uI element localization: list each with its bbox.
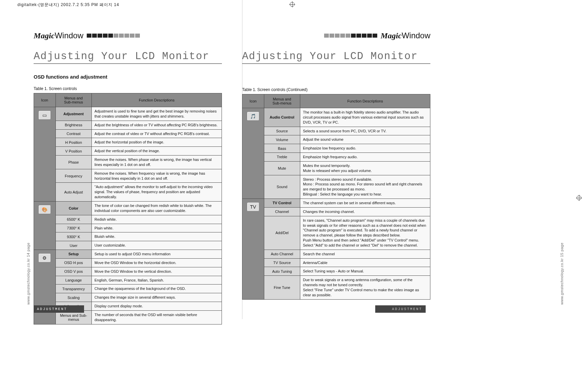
desc-cell: English, German, France, Italian, Spanis…	[92, 276, 222, 285]
desc-cell: The monitor has a built-in high fidelity…	[300, 108, 430, 127]
menu-cell: Language	[55, 276, 92, 285]
menu-cell: Scaling	[55, 293, 92, 302]
desc-cell: Search the channel	[300, 250, 430, 258]
page-title: Adjusting Your LCD Monitor	[242, 50, 430, 62]
menu-cell: Fine Tune	[264, 276, 300, 299]
file-header: digitaltek-(영문내지) 2002.7.2 5:35 PM 페이지 1…	[17, 2, 119, 8]
menu-cell: Contrast	[55, 129, 92, 138]
desc-cell: Adjustment is used to fine tune and get …	[92, 107, 222, 121]
brand-row: MagicWindow	[242, 30, 430, 41]
page-title: Adjusting Your LCD Monitor	[34, 50, 222, 62]
brand-bold: Magic	[381, 31, 402, 40]
osd-sub: OSD functions and adjustment	[34, 74, 222, 80]
menu-cell: Bass	[264, 144, 300, 153]
osd-icon: TV	[247, 202, 260, 212]
desc-cell: Move the OSD Window to the horizontal di…	[92, 258, 222, 267]
th-icon: Icon	[242, 94, 264, 108]
footer-tab-left: ADJUSTMENT	[34, 305, 84, 313]
th-menu: Menus and Sub-menus	[55, 93, 92, 107]
menu-cell: Color	[55, 201, 92, 215]
desc-cell: Select Tuning ways - Auto or Manual.	[300, 267, 430, 276]
desc-cell: Adjust the contrast of video or TV witho…	[92, 129, 222, 138]
brand-thin: Window	[55, 31, 83, 40]
osd-icon: 🎵	[247, 112, 260, 121]
menu-cell: Auto Tuning	[264, 267, 300, 276]
group-icon-cell: ⚙	[34, 250, 56, 324]
desc-cell: Move the OSD Window to the vertical dire…	[92, 267, 222, 276]
left-page: MagicWindow Adjusting Your LCD Monitor O…	[34, 30, 222, 324]
brand-logo: MagicWindow	[34, 31, 83, 40]
desc-cell: Adjust the brightness of video or TV wit…	[92, 121, 222, 129]
table-caption: Table 1. Screen controls	[34, 86, 222, 91]
th-icon: Icon	[34, 93, 56, 107]
brand-thin: Window	[402, 31, 430, 40]
menu-cell: Volume	[264, 135, 300, 144]
menu-cell: Mute	[264, 161, 300, 175]
desc-cell: The channel system can be set in several…	[300, 199, 430, 207]
desc-cell: Setup is used to adjust OSD menu informa…	[92, 250, 222, 259]
menu-cell: Frequency	[55, 169, 92, 183]
table-caption: Table 1. Screen controls (Continued)	[242, 87, 430, 92]
desc-cell: Remove the noises. When phase value is w…	[92, 156, 222, 169]
menu-cell: TV Source	[264, 258, 300, 267]
desc-cell: User customizable.	[92, 241, 222, 250]
desc-cell: Stereo : Process stereo sound if availab…	[300, 175, 430, 199]
menu-cell: Sound	[264, 175, 300, 199]
desc-cell: Emphasize low frequency audio.	[300, 144, 430, 153]
menu-cell: Add/Del	[264, 216, 300, 250]
osd-icon: ▭	[38, 111, 51, 120]
brand-row: MagicWindow	[34, 30, 222, 41]
footer-tab-right: ADJUSTMENT	[375, 305, 426, 313]
right-page: MagicWindow Adjusting Your LCD Monitor T…	[242, 30, 430, 300]
group-icon-cell: 🎨	[34, 201, 56, 250]
menu-cell: V Position	[55, 147, 92, 156]
title-rule	[242, 63, 430, 64]
title-rule	[34, 63, 222, 64]
menu-cell: Auto Channel	[264, 250, 300, 258]
desc-cell: Redish white.	[92, 215, 222, 224]
desc-cell: Adjust the sound volume	[300, 135, 430, 144]
desc-cell: Adjust the vertical position of the imag…	[92, 147, 222, 156]
desc-cell: Adjust the horizontal position of the im…	[92, 138, 222, 147]
brand-logo: MagicWindow	[381, 31, 430, 40]
desc-cell: Changes the image size in several differ…	[92, 293, 222, 302]
osd-icon: 🎨	[38, 205, 51, 214]
gutter-left-text: www.gmstechnology.co.kr 14 page	[26, 243, 30, 305]
desc-cell: Changes the incoming channel.	[300, 207, 430, 216]
th-menu: Menus and Sub-menus	[264, 94, 300, 108]
menu-cell: OSD H pos	[55, 258, 92, 267]
desc-cell: In rare cases, "Channel auto program" ma…	[300, 216, 430, 250]
desc-cell: Antenna/Cable	[300, 258, 430, 267]
print-spread: digitaltek-(영문내지) 2002.7.2 5:35 PM 페이지 1…	[0, 0, 582, 392]
menu-cell: OSD V pos	[55, 267, 92, 276]
group-icon-cell: 🎵	[242, 108, 264, 199]
menu-cell: TV Control	[264, 199, 300, 207]
screen-controls-table: Icon Menus and Sub-menus Function Descri…	[34, 93, 222, 324]
gutter-right-text: www.gmstechnology.co.kr 15 page	[560, 243, 564, 305]
desc-cell: Emphasize high frequency audio.	[300, 153, 430, 162]
crop-mark-icon	[576, 195, 582, 201]
desc-cell: The tone of color can be changed from re…	[92, 201, 222, 215]
screen-controls-table-cont: Icon Menus and Sub-menus Function Descri…	[242, 94, 430, 300]
desc-cell: Display current display mode.	[92, 302, 222, 311]
menu-cell: Transparency	[55, 285, 92, 293]
menu-cell: 7300° K	[55, 224, 92, 232]
brand-bold: Magic	[34, 31, 55, 40]
menu-cell: Brightness	[55, 121, 92, 129]
desc-cell: The number of seconds that the OSD will …	[92, 310, 222, 324]
th-desc: Function Descriptions	[92, 93, 222, 107]
desc-cell: Selects a sound source from PC, DVD, VCR…	[300, 127, 430, 135]
menu-cell: 6500° K	[55, 215, 92, 224]
desc-cell: Plain white.	[92, 224, 222, 232]
group-icon-cell: TV	[242, 199, 264, 299]
menu-cell: 9300° K	[55, 232, 92, 241]
menu-cell: Source	[264, 127, 300, 135]
desc-cell: Mutes the sound temporarily. Mute is rel…	[300, 161, 430, 175]
squares-icon	[87, 34, 140, 38]
menu-cell: Phase	[55, 156, 92, 169]
menu-cell: H Position	[55, 138, 92, 147]
menu-cell: Channel	[264, 207, 300, 216]
desc-cell: Due to weak signals or a wrong antenna c…	[300, 276, 430, 299]
crop-mark-icon	[289, 1, 295, 7]
desc-cell: Bluish white.	[92, 232, 222, 241]
